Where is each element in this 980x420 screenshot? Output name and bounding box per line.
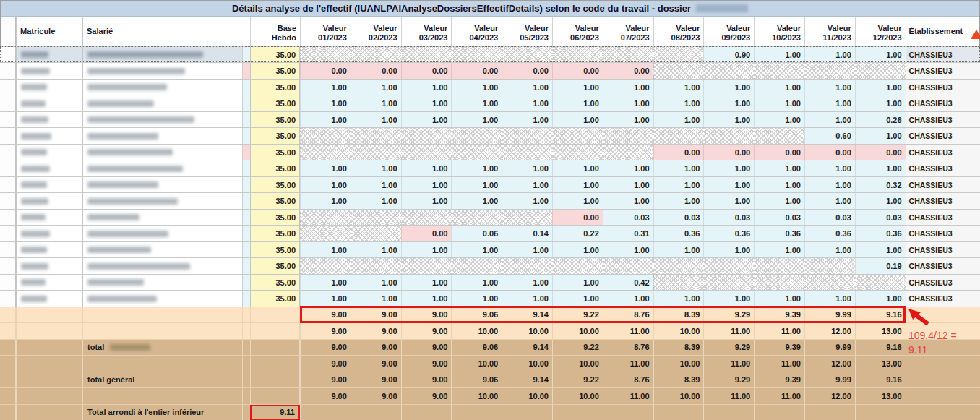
redacted-matricule: [21, 247, 47, 253]
salarie-header-label: Salarié: [87, 27, 113, 35]
employee-row[interactable]: 35.001.001.001.001.001.001.000.42CHASSIE…: [0, 274, 980, 290]
employee-row[interactable]: 35.001.001.001.001.001.001.001.001.001.0…: [0, 192, 980, 208]
month-value-cell: 1.00: [653, 112, 704, 127]
month-value-cell: [300, 258, 351, 273]
month-total-cell: 11.00: [603, 356, 653, 371]
month-total-cell: 9.22: [552, 307, 603, 322]
month-value-cell: 1.00: [300, 193, 351, 208]
month-value-cell: 1.00: [300, 160, 351, 176]
etablissement-cell: CHASSIEU3: [906, 291, 980, 306]
month-total-cell: 10.00: [552, 323, 603, 338]
month-value-cell: 1.00: [603, 177, 653, 192]
month-value-cell: 1.00: [754, 177, 804, 192]
valeur-header-label: Valeur: [424, 24, 447, 33]
month-value-cell: 1.00: [552, 177, 603, 192]
month-value-cell: 1.00: [754, 112, 804, 127]
month-value-cell: 0.60: [804, 128, 855, 143]
column-header-valeur-01[interactable]: Valeur01/2023: [300, 17, 351, 46]
employee-row[interactable]: 35.001.001.001.001.001.001.001.001.001.0…: [0, 79, 980, 95]
month-value-cell: 0.00: [401, 226, 452, 241]
month-value-cell: 1.00: [653, 242, 704, 257]
header-strip-spacer: [242, 17, 250, 46]
employee-row[interactable]: 35.000.601.00CHASSIEU3: [0, 127, 980, 143]
salarie-cell: [82, 160, 242, 176]
month-value-cell: 0.00: [451, 63, 502, 78]
column-header-valeur-09[interactable]: Valeur09/2023: [703, 17, 754, 46]
column-header-salarie[interactable]: Salarié: [82, 17, 242, 46]
salarie-cell: [82, 47, 242, 62]
base-hebdo-cell: 35.00: [250, 63, 300, 78]
employee-row[interactable]: 35.000.000.000.000.000.000.000.00CHASSIE…: [0, 62, 980, 78]
month-total-cell: 9.29: [703, 372, 754, 387]
employee-row[interactable]: 35.000.000.030.030.030.030.030.03CHASSIE…: [0, 209, 980, 225]
etablissement-cell: CHASSIEU3: [906, 145, 980, 160]
total-label-cell: total général: [82, 372, 242, 387]
total-row: 9.009.009.0010.0010.0010.0011.0010.0011.…: [0, 387, 980, 403]
month-value-cell: 1.00: [855, 193, 906, 208]
matricule-cell: [16, 95, 82, 111]
valeur-header-label: Valeur: [726, 24, 750, 33]
salarie-cell: [82, 145, 242, 160]
month-total-cell: [804, 405, 855, 420]
month-value-cell: 1.00: [351, 275, 401, 290]
month-value-cell: 1.00: [804, 160, 855, 176]
month-value-cell: [804, 275, 855, 290]
month-total-cell: 13.00: [855, 356, 906, 371]
month-value-cell: 1.00: [703, 80, 754, 95]
status-strip: [242, 323, 250, 338]
matricule-cell: [16, 160, 82, 176]
column-header-valeur-02[interactable]: Valeur02/2023: [351, 17, 401, 46]
month-total-cell: 9.00: [401, 340, 452, 355]
annotation-line1: 109.4/12 =: [908, 328, 957, 343]
base-hebdo-cell: 35.00: [250, 145, 300, 160]
column-header-etablissement[interactable]: Établissement: [906, 17, 980, 46]
employee-row[interactable]: 35.000.000.000.000.000.00CHASSIEU3: [0, 144, 980, 160]
employee-row[interactable]: 35.001.001.001.001.001.001.001.001.001.0…: [0, 176, 980, 192]
employee-row[interactable]: 35.001.001.001.001.001.001.001.001.001.0…: [0, 95, 980, 111]
status-strip: [242, 80, 250, 95]
annotation-calculation-note: 109.4/12 = 9.11: [908, 328, 957, 357]
employee-row[interactable]: 35.000.19CHASSIEU3: [0, 257, 980, 273]
column-header-valeur-12[interactable]: Valeur12/2023: [855, 17, 906, 46]
month-value-cell: 1.00: [451, 275, 502, 290]
month-value-cell: 0.22: [552, 226, 603, 241]
column-header-valeur-06[interactable]: Valeur06/2023: [552, 17, 603, 46]
employee-row[interactable]: 35.001.001.001.001.001.001.001.001.001.0…: [0, 290, 980, 306]
month-total-cell: 11.00: [754, 388, 804, 403]
month-value-cell: 0.00: [653, 145, 704, 160]
column-header-valeur-08[interactable]: Valeur08/2023: [653, 17, 704, 46]
row-gutter: [0, 388, 16, 403]
month-value-cell: [603, 258, 653, 273]
column-header-valeur-04[interactable]: Valeur04/2023: [451, 17, 502, 46]
column-header-matricule[interactable]: Matricule: [16, 17, 82, 46]
base-header-line2: Hebdo: [272, 33, 296, 43]
redacted-matricule: [21, 116, 48, 123]
valeur-header-month: 06/2023: [570, 33, 599, 43]
salarie-cell: [82, 80, 242, 95]
column-header-valeur-07[interactable]: Valeur07/2023: [603, 17, 653, 46]
column-header-valeur-05[interactable]: Valeur05/2023: [502, 17, 552, 46]
employee-row[interactable]: 35.001.001.001.001.001.001.001.001.001.0…: [0, 111, 980, 127]
month-value-cell: 0.19: [855, 258, 906, 273]
month-value-cell: 1.00: [603, 95, 653, 111]
month-value-cell: [451, 258, 502, 273]
employee-row[interactable]: 35.001.001.001.001.001.001.001.001.001.0…: [0, 160, 980, 176]
column-header-base-hebdo[interactable]: Base Hebdo: [250, 17, 300, 46]
month-value-cell: 1.00: [401, 177, 452, 192]
column-header-valeur-10[interactable]: Valeur10/2023: [754, 17, 804, 46]
employee-row[interactable]: 35.000.000.060.140.220.310.360.360.360.3…: [0, 225, 980, 241]
column-header-valeur-03[interactable]: Valeur03/2023: [401, 17, 452, 46]
employee-row[interactable]: 35.000.901.001.001.00CHASSIEU3: [0, 46, 980, 62]
month-value-cell: 1.00: [552, 112, 603, 127]
month-total-cell: 8.76: [603, 307, 653, 322]
valeur-header-month: 07/2023: [621, 33, 650, 43]
redacted-salarie: [87, 214, 139, 220]
month-value-cell: [703, 128, 754, 143]
etablissement-cell: CHASSIEU3: [906, 193, 980, 208]
total-label: total général: [87, 375, 134, 384]
column-header-valeur-11[interactable]: Valeur11/2023: [804, 17, 855, 46]
row-gutter: [0, 372, 16, 387]
etablissement-cell: CHASSIEU3: [906, 177, 980, 192]
employee-row[interactable]: 35.001.001.001.001.001.001.001.001.001.0…: [0, 241, 980, 257]
month-total-cell: [703, 405, 754, 420]
